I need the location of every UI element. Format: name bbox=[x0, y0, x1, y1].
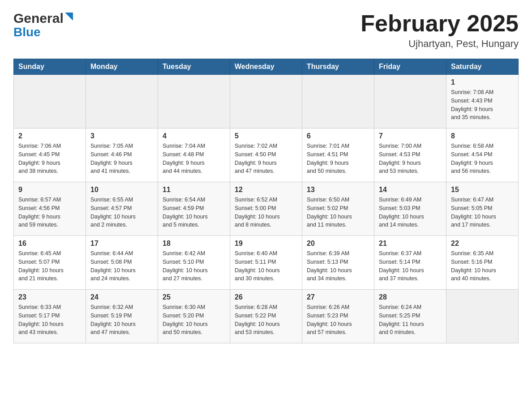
table-row: 18Sunrise: 6:42 AM Sunset: 5:10 PM Dayli… bbox=[158, 236, 230, 290]
col-friday: Friday bbox=[374, 59, 446, 75]
svg-marker-0 bbox=[65, 13, 73, 21]
day-number: 20 bbox=[307, 240, 369, 248]
month-title: February 2025 bbox=[360, 11, 519, 36]
table-row: 7Sunrise: 7:00 AM Sunset: 4:53 PM Daylig… bbox=[374, 128, 446, 182]
table-row: 21Sunrise: 6:37 AM Sunset: 5:14 PM Dayli… bbox=[374, 236, 446, 290]
table-row: 14Sunrise: 6:49 AM Sunset: 5:03 PM Dayli… bbox=[374, 182, 446, 236]
day-number: 7 bbox=[379, 132, 442, 140]
day-info: Sunrise: 6:57 AM Sunset: 4:56 PM Dayligh… bbox=[18, 196, 81, 229]
day-info: Sunrise: 6:30 AM Sunset: 5:20 PM Dayligh… bbox=[163, 303, 225, 337]
day-info: Sunrise: 6:49 AM Sunset: 5:03 PM Dayligh… bbox=[379, 196, 442, 229]
table-row bbox=[86, 75, 158, 128]
title-section: February 2025 Ujhartyan, Pest, Hungary bbox=[360, 11, 519, 50]
table-row: 22Sunrise: 6:35 AM Sunset: 5:16 PM Dayli… bbox=[446, 236, 519, 290]
col-tuesday: Tuesday bbox=[158, 59, 230, 75]
col-saturday: Saturday bbox=[446, 59, 519, 75]
day-info: Sunrise: 6:50 AM Sunset: 5:02 PM Dayligh… bbox=[307, 196, 369, 229]
table-row bbox=[230, 75, 302, 128]
table-row: 1Sunrise: 7:08 AM Sunset: 4:43 PM Daylig… bbox=[446, 75, 519, 128]
calendar-table: Sunday Monday Tuesday Wednesday Thursday… bbox=[13, 59, 519, 343]
table-row: 10Sunrise: 6:55 AM Sunset: 4:57 PM Dayli… bbox=[86, 182, 158, 236]
day-number: 3 bbox=[90, 132, 153, 140]
day-number: 8 bbox=[451, 132, 514, 140]
day-number: 16 bbox=[18, 240, 81, 248]
table-row bbox=[446, 290, 519, 343]
day-number: 13 bbox=[307, 186, 369, 194]
day-info: Sunrise: 6:47 AM Sunset: 5:05 PM Dayligh… bbox=[451, 196, 514, 229]
day-info: Sunrise: 7:02 AM Sunset: 4:50 PM Dayligh… bbox=[235, 142, 297, 176]
day-info: Sunrise: 6:58 AM Sunset: 4:54 PM Dayligh… bbox=[451, 142, 514, 176]
calendar-week-row: 9Sunrise: 6:57 AM Sunset: 4:56 PM Daylig… bbox=[14, 182, 519, 236]
day-info: Sunrise: 6:52 AM Sunset: 5:00 PM Dayligh… bbox=[235, 196, 297, 229]
table-row: 2Sunrise: 7:06 AM Sunset: 4:45 PM Daylig… bbox=[14, 128, 86, 182]
day-number: 15 bbox=[451, 186, 514, 194]
day-info: Sunrise: 7:08 AM Sunset: 4:43 PM Dayligh… bbox=[451, 88, 514, 122]
day-number: 26 bbox=[235, 293, 297, 301]
table-row: 27Sunrise: 6:26 AM Sunset: 5:23 PM Dayli… bbox=[302, 290, 374, 343]
day-number: 10 bbox=[90, 186, 153, 194]
col-thursday: Thursday bbox=[302, 59, 374, 75]
day-number: 12 bbox=[235, 186, 297, 194]
table-row bbox=[14, 75, 86, 128]
day-number: 24 bbox=[90, 293, 153, 301]
day-info: Sunrise: 6:45 AM Sunset: 5:07 PM Dayligh… bbox=[18, 249, 81, 283]
day-number: 25 bbox=[163, 293, 225, 301]
day-number: 5 bbox=[235, 132, 297, 140]
day-number: 2 bbox=[18, 132, 81, 140]
table-row: 28Sunrise: 6:24 AM Sunset: 5:25 PM Dayli… bbox=[374, 290, 446, 343]
day-info: Sunrise: 6:40 AM Sunset: 5:11 PM Dayligh… bbox=[235, 249, 297, 283]
day-info: Sunrise: 6:39 AM Sunset: 5:13 PM Dayligh… bbox=[307, 249, 369, 283]
table-row: 13Sunrise: 6:50 AM Sunset: 5:02 PM Dayli… bbox=[302, 182, 374, 236]
table-row: 17Sunrise: 6:44 AM Sunset: 5:08 PM Dayli… bbox=[86, 236, 158, 290]
table-row: 23Sunrise: 6:33 AM Sunset: 5:17 PM Dayli… bbox=[14, 290, 86, 343]
table-row: 3Sunrise: 7:05 AM Sunset: 4:46 PM Daylig… bbox=[86, 128, 158, 182]
calendar-week-row: 1Sunrise: 7:08 AM Sunset: 4:43 PM Daylig… bbox=[14, 75, 519, 128]
table-row: 20Sunrise: 6:39 AM Sunset: 5:13 PM Dayli… bbox=[302, 236, 374, 290]
location-subtitle: Ujhartyan, Pest, Hungary bbox=[360, 38, 519, 50]
day-info: Sunrise: 7:00 AM Sunset: 4:53 PM Dayligh… bbox=[379, 142, 442, 176]
day-number: 17 bbox=[90, 240, 153, 248]
day-info: Sunrise: 6:35 AM Sunset: 5:16 PM Dayligh… bbox=[451, 249, 514, 283]
table-row bbox=[374, 75, 446, 128]
calendar-week-row: 16Sunrise: 6:45 AM Sunset: 5:07 PM Dayli… bbox=[14, 236, 519, 290]
day-number: 11 bbox=[163, 186, 225, 194]
table-row: 25Sunrise: 6:30 AM Sunset: 5:20 PM Dayli… bbox=[158, 290, 230, 343]
calendar-week-row: 23Sunrise: 6:33 AM Sunset: 5:17 PM Dayli… bbox=[14, 290, 519, 343]
logo-general-text: General bbox=[13, 11, 64, 26]
day-number: 23 bbox=[18, 293, 81, 301]
col-monday: Monday bbox=[86, 59, 158, 75]
table-row: 15Sunrise: 6:47 AM Sunset: 5:05 PM Dayli… bbox=[446, 182, 519, 236]
day-info: Sunrise: 7:05 AM Sunset: 4:46 PM Dayligh… bbox=[90, 142, 153, 176]
day-number: 6 bbox=[307, 132, 369, 140]
day-number: 9 bbox=[18, 186, 81, 194]
day-info: Sunrise: 7:01 AM Sunset: 4:51 PM Dayligh… bbox=[307, 142, 369, 176]
day-number: 22 bbox=[451, 240, 514, 248]
col-sunday: Sunday bbox=[14, 59, 86, 75]
day-info: Sunrise: 6:54 AM Sunset: 4:59 PM Dayligh… bbox=[163, 196, 225, 229]
day-info: Sunrise: 6:24 AM Sunset: 5:25 PM Dayligh… bbox=[379, 303, 442, 337]
table-row: 8Sunrise: 6:58 AM Sunset: 4:54 PM Daylig… bbox=[446, 128, 519, 182]
day-number: 21 bbox=[379, 240, 442, 248]
logo-blue-text: Blue bbox=[13, 25, 41, 39]
table-row: 5Sunrise: 7:02 AM Sunset: 4:50 PM Daylig… bbox=[230, 128, 302, 182]
table-row: 26Sunrise: 6:28 AM Sunset: 5:22 PM Dayli… bbox=[230, 290, 302, 343]
table-row: 16Sunrise: 6:45 AM Sunset: 5:07 PM Dayli… bbox=[14, 236, 86, 290]
day-number: 1 bbox=[451, 78, 514, 86]
day-info: Sunrise: 6:33 AM Sunset: 5:17 PM Dayligh… bbox=[18, 303, 81, 337]
table-row: 24Sunrise: 6:32 AM Sunset: 5:19 PM Dayli… bbox=[86, 290, 158, 343]
day-info: Sunrise: 7:04 AM Sunset: 4:48 PM Dayligh… bbox=[163, 142, 225, 176]
logo: General Blue bbox=[13, 11, 73, 39]
day-info: Sunrise: 6:26 AM Sunset: 5:23 PM Dayligh… bbox=[307, 303, 369, 337]
calendar-week-row: 2Sunrise: 7:06 AM Sunset: 4:45 PM Daylig… bbox=[14, 128, 519, 182]
table-row: 9Sunrise: 6:57 AM Sunset: 4:56 PM Daylig… bbox=[14, 182, 86, 236]
day-number: 18 bbox=[163, 240, 225, 248]
day-info: Sunrise: 6:32 AM Sunset: 5:19 PM Dayligh… bbox=[90, 303, 153, 337]
logo-arrow-icon bbox=[65, 13, 73, 21]
day-info: Sunrise: 7:06 AM Sunset: 4:45 PM Dayligh… bbox=[18, 142, 81, 176]
page-header: General Blue February 2025 Ujhartyan, Pe… bbox=[0, 0, 532, 54]
table-row bbox=[158, 75, 230, 128]
table-row: 12Sunrise: 6:52 AM Sunset: 5:00 PM Dayli… bbox=[230, 182, 302, 236]
table-row: 4Sunrise: 7:04 AM Sunset: 4:48 PM Daylig… bbox=[158, 128, 230, 182]
day-number: 19 bbox=[235, 240, 297, 248]
day-info: Sunrise: 6:37 AM Sunset: 5:14 PM Dayligh… bbox=[379, 249, 442, 283]
